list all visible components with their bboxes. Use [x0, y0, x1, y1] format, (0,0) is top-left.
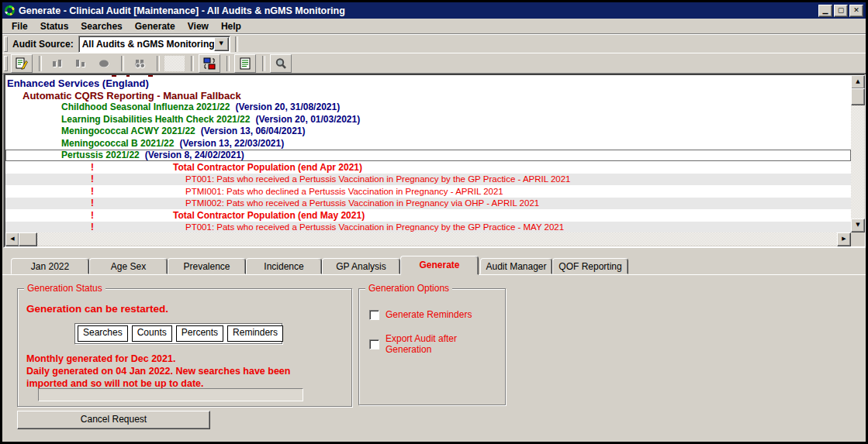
generation-details-line2: Daily generated on 04 Jan 2022. New sear…: [26, 366, 290, 389]
generation-options-group: Generation Options Generate Reminders Ex…: [358, 288, 506, 405]
audit-source-combobox[interactable]: All Audits & nGMS Monitoring ▼: [78, 36, 230, 53]
maximize-icon[interactable]: ▢: [834, 5, 848, 17]
tree-row[interactable]: !Total Contractor Population (end May 20…: [5, 210, 851, 222]
toolbar-gripper[interactable]: [4, 36, 8, 52]
reminders-button[interactable]: Reminders: [227, 325, 283, 342]
tree-row[interactable]: Enhanced Services (England): [5, 77, 851, 89]
tree-row[interactable]: Automatic CQRS Reporting - Manual Fallba…: [5, 90, 851, 102]
generate-reminders-label: Generate Reminders: [386, 309, 472, 320]
tree-row[interactable]: !PTMI001: Pats who declined a Pertussis …: [5, 186, 851, 198]
scroll-right-icon[interactable]: ▶: [837, 232, 851, 246]
close-icon[interactable]: ✕: [849, 5, 863, 17]
menu-searches[interactable]: Searches: [74, 19, 128, 33]
menu-status[interactable]: Status: [34, 19, 75, 33]
app-icon: [5, 5, 15, 15]
audit-version: (Version 13, 22/03/2021): [179, 138, 284, 149]
generation-details: Monthly generated for Dec 2021. Daily ge…: [26, 353, 315, 390]
menu-file[interactable]: File: [5, 19, 34, 33]
audit-version: (Version 13, 06/04/2021): [201, 126, 306, 136]
toolbar-gripper[interactable]: [4, 56, 8, 71]
generation-details-line1: Monthly generated for Dec 2021.: [26, 353, 175, 364]
vertical-scrollbar[interactable]: ▲ ▼: [851, 75, 864, 232]
tree-row[interactable]: !PT001: Pats who received a Pertussis Va…: [5, 222, 851, 232]
audit-name: Childhood Seasonal Influenza 2021/22: [61, 102, 230, 112]
audit-name: Pertussis 2021/22: [61, 150, 140, 160]
alert-text: PT001: Pats who received a Pertussis Vac…: [185, 174, 570, 185]
generation-status-label: Generation Status: [24, 283, 105, 294]
tree-row[interactable]: Childhood Seasonal Influenza 2021/22(Ver…: [5, 102, 851, 113]
tree-row-selected[interactable]: Pertussis 2021/22(Version 8, 24/02/2021): [5, 150, 851, 161]
menu-bar: File Status Searches Generate View Help: [2, 19, 866, 34]
tree-row[interactable]: !PT001: Pats who received a Pertussis Va…: [5, 174, 851, 185]
alert-text: PTMI001: Pats who declined a Pertussis V…: [185, 186, 503, 198]
generation-headline: Generation can be restarted.: [26, 303, 168, 315]
binoculars-icon: [129, 54, 150, 73]
toolbar-separator: [157, 56, 160, 71]
swap-colors-icon[interactable]: [199, 54, 220, 73]
alert-text: Total Contractor Population (end Apr 202…: [173, 162, 362, 174]
toolbar-separator: [227, 56, 230, 71]
tree-row[interactable]: Meningococcal ACWY 2021/22(Version 13, 0…: [5, 126, 851, 137]
ellipse-icon: [93, 54, 115, 73]
tab-strip: Jan 2022 Age Sex Prevalence Incidence GP…: [2, 256, 866, 275]
magnifier-icon[interactable]: [270, 54, 292, 73]
export-audit-checkbox[interactable]: [369, 339, 379, 349]
percents-button[interactable]: Percents: [176, 325, 223, 342]
tab-qof-reporting[interactable]: QOF Reporting: [552, 258, 628, 274]
title-bar: Generate - Clinical Audit [Maintenance] …: [2, 2, 866, 19]
toolbar-separator: [121, 56, 124, 71]
bar-chart-2-icon: [70, 54, 92, 73]
toolbar-separator: [235, 36, 238, 52]
menu-help[interactable]: Help: [215, 19, 247, 33]
counts-button[interactable]: Counts: [132, 325, 172, 342]
audit-version: (Version 20, 31/08/2021): [235, 102, 340, 112]
audit-tree-rows: Enhanced Services (England) Automatic CQ…: [5, 75, 851, 232]
tree-row[interactable]: !PTMI002: Pats who received a Pertussis …: [5, 198, 851, 209]
tab-gp-analysis[interactable]: GP Analysis: [322, 258, 400, 274]
generation-step-buttons: Searches Counts Percents Reminders: [74, 323, 282, 344]
horizontal-scrollbar[interactable]: ◀ ▶: [5, 232, 851, 246]
tree-row[interactable]: Meningococcal B 2021/22(Version 13, 22/0…: [5, 138, 851, 150]
vertical-scroll-thumb[interactable]: [851, 88, 865, 105]
cancel-request-button[interactable]: Cancel Request: [17, 411, 210, 429]
minimize-icon[interactable]: ▁: [818, 5, 832, 17]
export-audit-option: Export Audit after Generation: [369, 333, 505, 355]
tree-subsection-label: Automatic CQRS Reporting - Manual Fallba…: [22, 90, 241, 102]
menu-view[interactable]: View: [182, 19, 215, 33]
audit-name: Meningococcal ACWY 2021/22: [61, 126, 195, 136]
alert-icon: !: [91, 222, 94, 232]
audit-name: Learning Disabilities Health Check 2021/…: [61, 114, 250, 125]
menu-generate[interactable]: Generate: [129, 19, 182, 33]
edit-audit-icon[interactable]: [11, 54, 33, 73]
scroll-up-icon[interactable]: ▲: [851, 75, 865, 89]
tab-incidence[interactable]: Incidence: [246, 258, 322, 274]
report-icon[interactable]: [234, 54, 256, 73]
alert-icon: !: [91, 210, 94, 222]
alert-text: PTMI002: Pats who received a Pertussis V…: [185, 198, 539, 209]
tab-generate[interactable]: Generate: [400, 256, 479, 275]
tab-audit-manager[interactable]: Audit Manager: [480, 258, 552, 274]
export-audit-label: Export Audit after Generation: [386, 333, 505, 355]
tree-row[interactable]: !Total Contractor Population (end Apr 20…: [5, 162, 851, 174]
toolbar-separator: [262, 56, 265, 71]
bar-chart-icon: [47, 54, 68, 73]
audit-source-toolbar: Audit Source: All Audits & nGMS Monitori…: [2, 34, 866, 53]
generation-status-group: Generation Status Generation can be rest…: [17, 288, 352, 407]
alert-icon: !: [91, 198, 94, 209]
searches-button[interactable]: Searches: [78, 325, 128, 342]
scrollbar-corner: [851, 232, 864, 246]
alert-icon: !: [91, 162, 94, 174]
scroll-down-icon[interactable]: ▼: [851, 219, 865, 232]
tab-prevalence[interactable]: Prevalence: [168, 258, 246, 274]
audit-version: (Version 20, 01/03/2021): [255, 114, 360, 125]
scroll-left-icon[interactable]: ◀: [5, 232, 19, 246]
tree-row[interactable]: Learning Disabilities Health Check 2021/…: [5, 114, 851, 126]
audit-tree: Enhanced Services (England) Automatic CQ…: [3, 73, 866, 248]
audit-version: (Version 8, 24/02/2021): [145, 150, 244, 160]
chevron-down-icon[interactable]: ▼: [214, 37, 229, 51]
tab-age-sex[interactable]: Age Sex: [89, 258, 168, 274]
tab-jan-2022[interactable]: Jan 2022: [11, 258, 89, 274]
generate-reminders-checkbox[interactable]: [369, 310, 379, 320]
horizontal-scroll-thumb[interactable]: [19, 232, 37, 246]
mesh-icon: [164, 56, 185, 71]
